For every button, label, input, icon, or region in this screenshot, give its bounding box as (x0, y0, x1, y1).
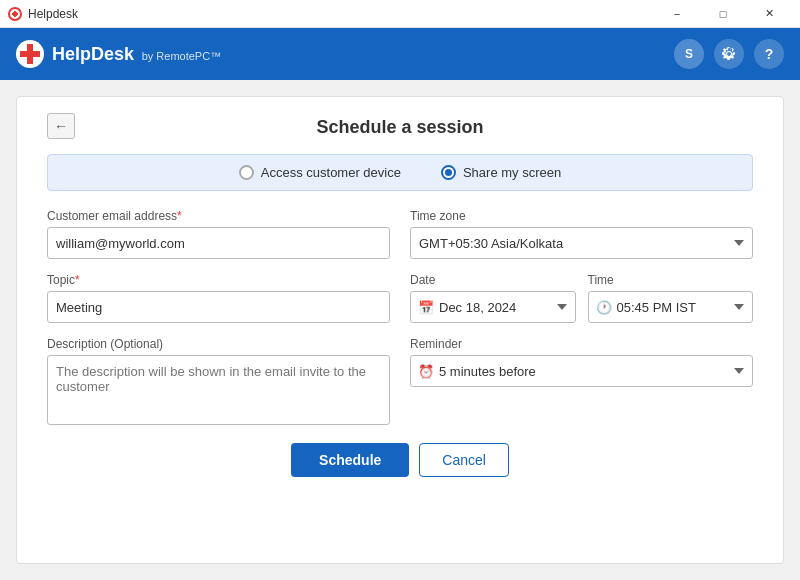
date-input-wrapper: 📅 Dec 18, 2024 (410, 291, 576, 323)
reminder-wrapper: ⏰ 5 minutes before 10 minutes before 15 … (410, 355, 753, 387)
email-group: Customer email address* (47, 209, 390, 259)
time-select[interactable]: 05:45 PM IST (588, 291, 754, 323)
back-icon: ← (54, 118, 68, 134)
close-button[interactable]: ✕ (746, 0, 792, 28)
description-group: Description (Optional) (47, 337, 390, 425)
app-icon (8, 7, 22, 21)
schedule-button[interactable]: Schedule (291, 443, 409, 477)
title-bar-label: Helpdesk (28, 7, 78, 21)
help-button[interactable]: ? (754, 39, 784, 69)
timezone-select[interactable]: GMT+05:30 Asia/Kolkata (410, 227, 753, 259)
radio-circle-share (441, 165, 456, 180)
brand-text: HelpDesk by RemotePC™ (52, 44, 221, 65)
email-timezone-row: Customer email address* Time zone GMT+05… (47, 209, 753, 259)
description-reminder-row: Description (Optional) Reminder ⏰ 5 minu… (47, 337, 753, 425)
logo: HelpDesk by RemotePC™ (16, 40, 221, 68)
time-input-wrapper: 🕐 05:45 PM IST (588, 291, 754, 323)
logo-cross-icon (20, 44, 40, 64)
header: HelpDesk by RemotePC™ S ? (0, 28, 800, 80)
date-label: Date (410, 273, 576, 287)
topic-label: Topic* (47, 273, 390, 287)
header-actions: S ? (674, 39, 784, 69)
description-textarea[interactable] (47, 355, 390, 425)
title-bar: Helpdesk − □ ✕ (0, 0, 800, 28)
session-type-radio-group: Access customer device Share my screen (47, 154, 753, 191)
email-label: Customer email address* (47, 209, 390, 223)
brand-tagline: by RemotePC™ (142, 50, 221, 62)
email-input[interactable] (47, 227, 390, 259)
main-content: ← Schedule a session Access customer dev… (16, 96, 784, 564)
timezone-label: Time zone (410, 209, 753, 223)
reminder-group: Reminder ⏰ 5 minutes before 10 minutes b… (410, 337, 753, 425)
page-title: Schedule a session (47, 117, 753, 138)
radio-share-screen[interactable]: Share my screen (441, 165, 561, 180)
timezone-group: Time zone GMT+05:30 Asia/Kolkata (410, 209, 753, 259)
date-time-row: Date 📅 Dec 18, 2024 Time 🕐 (410, 273, 753, 323)
description-label: Description (Optional) (47, 337, 390, 351)
date-group: Date 📅 Dec 18, 2024 (410, 273, 576, 323)
main-inner: ← Schedule a session Access customer dev… (47, 117, 753, 477)
date-select[interactable]: Dec 18, 2024 (410, 291, 576, 323)
reminder-label: Reminder (410, 337, 753, 351)
restore-button[interactable]: □ (700, 0, 746, 28)
settings-button[interactable] (714, 39, 744, 69)
time-label: Time (588, 273, 754, 287)
help-icon: ? (765, 46, 774, 62)
reminder-select[interactable]: 5 minutes before 10 minutes before 15 mi… (410, 355, 753, 387)
topic-group: Topic* (47, 273, 390, 323)
cancel-button[interactable]: Cancel (419, 443, 509, 477)
back-button[interactable]: ← (47, 113, 75, 139)
radio-label-share: Share my screen (463, 165, 561, 180)
brand-name: HelpDesk (52, 44, 134, 64)
window-controls: − □ ✕ (654, 0, 792, 28)
gear-icon (721, 46, 737, 62)
topic-input[interactable] (47, 291, 390, 323)
radio-access-customer[interactable]: Access customer device (239, 165, 401, 180)
date-time-col: Date 📅 Dec 18, 2024 Time 🕐 (410, 273, 753, 323)
time-group: Time 🕐 05:45 PM IST (588, 273, 754, 323)
button-row: Schedule Cancel (47, 443, 753, 477)
avatar-button[interactable]: S (674, 39, 704, 69)
radio-label-access: Access customer device (261, 165, 401, 180)
topic-datetime-row: Topic* Date 📅 Dec 18, 2024 (47, 273, 753, 323)
minimize-button[interactable]: − (654, 0, 700, 28)
logo-icon (16, 40, 44, 68)
radio-circle-access (239, 165, 254, 180)
